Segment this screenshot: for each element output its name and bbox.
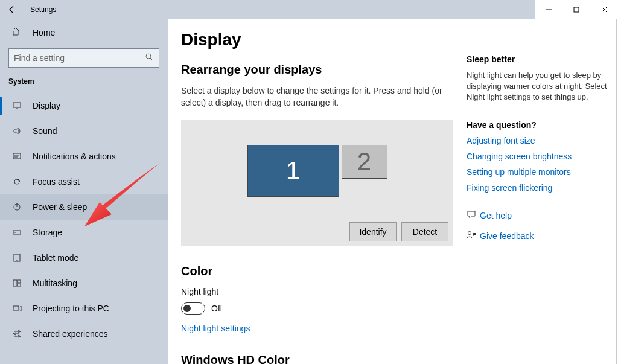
right-panel: Sleep better Night light can help you ge…: [467, 19, 617, 364]
sidebar-category: System: [0, 75, 168, 93]
svg-line-3: [150, 58, 153, 60]
svg-rect-18: [13, 306, 19, 310]
sidebar-item-power-sleep[interactable]: Power & sleep: [0, 194, 168, 220]
sidebar-item-label: Sound: [33, 126, 57, 136]
project-icon: [11, 304, 23, 313]
sidebar-item-tablet-mode[interactable]: Tablet mode: [0, 245, 168, 270]
svg-rect-17: [18, 284, 21, 286]
search-input[interactable]: [14, 53, 144, 63]
sidebar-item-multitasking[interactable]: Multitasking: [0, 270, 168, 296]
back-button[interactable]: [0, 5, 24, 14]
rearrange-heading: Rearrange your displays: [181, 63, 453, 77]
sidebar-item-label: Notifications & actions: [33, 152, 116, 161]
page-title: Display: [181, 30, 453, 49]
sidebar-item-label: Focus assist: [33, 177, 80, 187]
monitor-1[interactable]: 1: [247, 145, 339, 197]
power-icon: [11, 202, 23, 212]
sidebar-item-label: Tablet mode: [33, 253, 78, 263]
svg-rect-4: [13, 103, 21, 107]
monitor-2[interactable]: 2: [342, 145, 387, 179]
question-title: Have a question?: [467, 120, 609, 130]
main: Display Rearrange your displays Select a…: [168, 19, 618, 364]
chat-icon: [467, 209, 480, 222]
sidebar-item-display[interactable]: Display: [0, 93, 168, 118]
sound-icon: [11, 126, 23, 136]
identify-button[interactable]: Identify: [349, 222, 397, 241]
svg-point-19: [468, 231, 471, 234]
sidebar-home-label: Home: [33, 28, 55, 37]
sidebar-item-label: Power & sleep: [33, 202, 87, 212]
feedback-icon: [467, 230, 480, 242]
svg-rect-15: [13, 280, 17, 286]
shared-icon: [11, 329, 23, 339]
arrow-left-icon: [7, 5, 17, 14]
svg-point-12: [14, 232, 16, 233]
close-button[interactable]: [590, 0, 618, 19]
hd-color-heading: Windows HD Color: [181, 353, 453, 364]
sidebar-item-projecting-to-this-pc[interactable]: Projecting to this PC: [0, 296, 168, 321]
sidebar-item-label: Display: [33, 101, 60, 110]
sidebar-item-shared-experiences[interactable]: Shared experiences: [0, 321, 168, 346]
svg-point-2: [146, 54, 151, 59]
multitask-icon: [11, 278, 23, 288]
question-link[interactable]: Setting up multiple monitors: [467, 167, 609, 177]
night-light-label: Night light: [181, 287, 453, 296]
window-controls: [535, 0, 618, 19]
question-link[interactable]: Changing screen brightness: [467, 152, 609, 161]
night-light-state: Off: [211, 304, 222, 313]
display-icon: [11, 101, 23, 110]
display-arrangement-box: 1 2 Identify Detect: [181, 120, 453, 246]
sidebar-item-label: Storage: [33, 228, 62, 237]
night-light-toggle[interactable]: [181, 302, 205, 315]
minimize-button[interactable]: [535, 0, 562, 19]
sidebar-item-storage[interactable]: Storage: [0, 220, 168, 245]
tablet-icon: [11, 253, 23, 263]
storage-icon: [11, 228, 23, 237]
sidebar: Home System DisplaySoundNotifications & …: [0, 19, 168, 364]
titlebar: Settings: [0, 0, 618, 19]
focus-icon: [11, 177, 23, 187]
sidebar-item-sound[interactable]: Sound: [0, 118, 168, 144]
detect-button[interactable]: Detect: [401, 222, 448, 241]
get-help-link[interactable]: Get help: [480, 211, 512, 220]
svg-rect-11: [13, 231, 21, 234]
give-feedback-link[interactable]: Give feedback: [480, 231, 534, 241]
sleep-better-title: Sleep better: [467, 54, 609, 64]
svg-rect-1: [574, 7, 579, 12]
question-link[interactable]: Fixing screen flickering: [467, 183, 609, 193]
rearrange-desc: Select a display below to change the set…: [181, 85, 453, 109]
sidebar-item-notifications-actions[interactable]: Notifications & actions: [0, 144, 168, 169]
search-icon: [144, 52, 154, 64]
svg-rect-16: [18, 280, 21, 283]
window-title: Settings: [30, 5, 56, 14]
sidebar-item-focus-assist[interactable]: Focus assist: [0, 169, 168, 194]
sidebar-item-label: Projecting to this PC: [33, 304, 109, 313]
sidebar-item-label: Shared experiences: [33, 329, 108, 339]
svg-rect-6: [13, 153, 21, 159]
notifications-icon: [11, 152, 23, 161]
question-link[interactable]: Adjusting font size: [467, 136, 609, 145]
sidebar-home[interactable]: Home: [0, 19, 168, 46]
home-icon: [11, 27, 23, 39]
sleep-better-text: Night light can help you get to sleep by…: [467, 70, 609, 103]
sidebar-search: [8, 48, 159, 68]
sidebar-item-label: Multitasking: [33, 278, 77, 288]
maximize-button[interactable]: [562, 0, 590, 19]
night-light-settings-link[interactable]: Night light settings: [181, 324, 250, 333]
color-heading: Color: [181, 264, 453, 278]
